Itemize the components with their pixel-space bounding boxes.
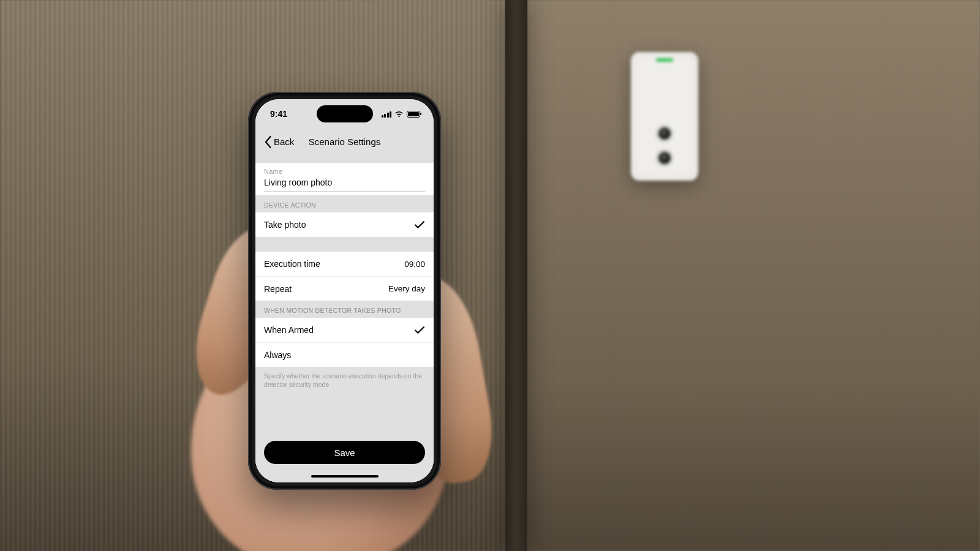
- device-action-list: Take photo: [255, 212, 434, 237]
- back-button[interactable]: Back: [260, 129, 298, 155]
- photo-mode-list: When Armed Always: [255, 318, 434, 367]
- photo-mode-when-armed[interactable]: When Armed: [255, 318, 434, 342]
- page-title: Scenario Settings: [309, 137, 381, 147]
- repeat-label: Repeat: [264, 284, 292, 294]
- execution-time-row[interactable]: Execution time 09:00: [255, 252, 434, 276]
- cellular-icon: [382, 111, 392, 118]
- door-edge: [505, 0, 527, 551]
- photo-mode-header: WHEN MOTION DETECTOR TAKES PHOTO: [255, 301, 434, 318]
- repeat-row[interactable]: Repeat Every day: [255, 276, 434, 301]
- save-button[interactable]: Save: [264, 441, 425, 464]
- back-label: Back: [274, 137, 294, 147]
- check-icon: [414, 326, 425, 334]
- phone-frame: 9:41 Back: [248, 92, 441, 490]
- chevron-left-icon: [264, 136, 273, 148]
- name-card: Name: [255, 163, 434, 195]
- name-input[interactable]: [264, 175, 425, 192]
- check-icon: [414, 220, 425, 229]
- when-armed-label: When Armed: [264, 325, 314, 335]
- content-area: Name DEVICE ACTION Take photo: [255, 156, 434, 482]
- photo-mode-always[interactable]: Always: [255, 342, 434, 367]
- photo-mode-hint: Specify whether the scenario execution d…: [255, 367, 434, 389]
- wifi-icon: [394, 111, 404, 118]
- save-area: Save: [255, 441, 434, 482]
- phone-screen: 9:41 Back: [255, 99, 434, 482]
- schedule-list: Execution time 09:00 Repeat Every day: [255, 252, 434, 301]
- device-action-header: DEVICE ACTION: [255, 195, 434, 212]
- execution-time-value: 09:00: [404, 260, 425, 269]
- scene-background: 9:41 Back: [0, 0, 980, 551]
- motion-sensor-device: [631, 52, 698, 181]
- always-label: Always: [264, 350, 291, 360]
- nav-bar: Back Scenario Settings: [255, 129, 434, 156]
- home-indicator: [311, 475, 379, 478]
- device-action-take-photo[interactable]: Take photo: [255, 212, 434, 237]
- name-label: Name: [264, 168, 425, 175]
- execution-time-label: Execution time: [264, 259, 320, 269]
- device-action-label: Take photo: [264, 220, 306, 230]
- dynamic-island: [317, 105, 373, 122]
- battery-icon: [407, 111, 420, 118]
- wall-right: [527, 0, 980, 551]
- status-time: 9:41: [270, 109, 287, 119]
- repeat-value: Every day: [388, 284, 425, 293]
